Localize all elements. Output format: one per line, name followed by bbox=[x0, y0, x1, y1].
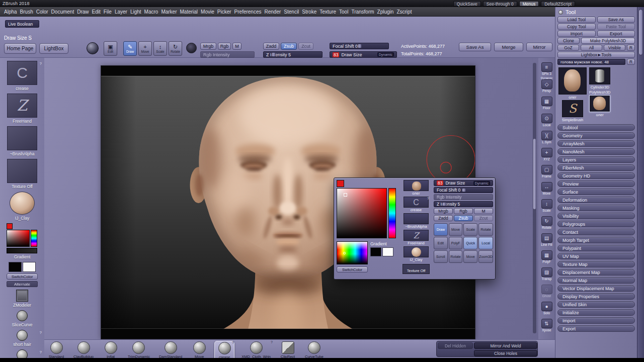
brush-icon[interactable] bbox=[282, 341, 294, 354]
tool-section[interactable]: Surface bbox=[557, 189, 635, 195]
shelf-tool-item[interactable]: SliceCurve bbox=[0, 310, 44, 327]
zadd-button[interactable]: Zadd bbox=[263, 43, 279, 50]
toolbar-mode-button[interactable]: ▣ Edit bbox=[104, 41, 117, 56]
thumbnail[interactable] bbox=[404, 213, 429, 224]
popup-mode-button[interactable]: PolyF bbox=[449, 237, 463, 249]
secondary-color-swatch[interactable] bbox=[23, 262, 36, 272]
tool-thumb-cylinder3d[interactable] bbox=[589, 67, 610, 84]
menu-item[interactable]: Movie bbox=[199, 8, 216, 16]
saturation-value-square[interactable] bbox=[7, 230, 30, 247]
tool-section[interactable]: Polygroups bbox=[557, 221, 635, 227]
menu-item[interactable]: Macro bbox=[143, 8, 160, 16]
dock-item[interactable]: ↕ Scale bbox=[539, 196, 554, 213]
r-button[interactable]: R bbox=[627, 59, 635, 65]
toolbar-mode-button[interactable]: ↻ Rotate bbox=[169, 41, 182, 56]
menu-item[interactable]: Tool bbox=[338, 8, 350, 16]
thumbnail[interactable] bbox=[404, 246, 429, 257]
lightbox-tools-button[interactable]: Lightbox►Tools bbox=[557, 52, 635, 58]
goz-visible-button[interactable]: Visible bbox=[604, 45, 625, 51]
material-item[interactable]: IJ_Clay bbox=[0, 192, 44, 221]
brush-icon[interactable] bbox=[132, 341, 145, 354]
menu-item[interactable]: Zplugin bbox=[376, 8, 395, 16]
dock-icon[interactable]: ▦ bbox=[541, 250, 552, 260]
dock-item[interactable]: ⊙ Local bbox=[539, 111, 554, 127]
menu-item[interactable]: Marker bbox=[159, 8, 178, 16]
tool-section[interactable]: Display Properties bbox=[557, 293, 635, 300]
popup-mode-button[interactable]: Rotate bbox=[478, 223, 493, 236]
lightbox-button[interactable]: LightBox bbox=[39, 43, 68, 54]
dock-item[interactable]: ▨ Transp bbox=[539, 264, 554, 281]
dock-item[interactable]: ▤ Line Fill bbox=[539, 230, 554, 247]
tool-section[interactable]: Normal Map bbox=[557, 277, 635, 284]
current-color-swatch[interactable] bbox=[7, 223, 13, 229]
tool-section[interactable]: Unified Skin bbox=[557, 301, 635, 308]
dock-item[interactable]: ≡ SPix 3 bbox=[539, 59, 554, 76]
draw-size-slider[interactable]: 83 Draw Size Dynamic bbox=[330, 51, 397, 58]
menu-item[interactable]: Document bbox=[50, 8, 76, 16]
default-zscript-button[interactable]: DefaultZScript bbox=[541, 1, 575, 7]
dock-icon[interactable]: ▢ bbox=[541, 165, 552, 174]
dock-item[interactable]: ↻ Rotate bbox=[539, 213, 554, 230]
menu-item[interactable]: Texture bbox=[318, 8, 338, 16]
zcut-button[interactable]: Zcut bbox=[298, 43, 313, 50]
quicksave-button[interactable]: QuickSave bbox=[453, 1, 481, 7]
popup-mode-button[interactable]: Scale bbox=[463, 223, 477, 236]
popup-mode-button[interactable]: Rotate bbox=[449, 250, 463, 263]
brush-icon[interactable] bbox=[50, 341, 63, 354]
tool-section[interactable]: Layers bbox=[557, 156, 635, 163]
live-boolean-button[interactable]: Live Boolean bbox=[5, 20, 39, 28]
tool-icon[interactable] bbox=[17, 310, 28, 321]
hue-bar[interactable] bbox=[31, 230, 37, 247]
zcut-button[interactable]: Zcut bbox=[474, 215, 493, 221]
tool-section[interactable]: Initialize bbox=[557, 309, 635, 316]
dock-icon[interactable]: ↔ bbox=[541, 182, 552, 192]
menu-item[interactable]: Alpha bbox=[3, 8, 19, 16]
slider-knob[interactable] bbox=[442, 202, 446, 206]
material-preview-icon[interactable] bbox=[87, 42, 99, 54]
popup-mode-button[interactable]: Local bbox=[478, 237, 493, 249]
popup-mode-button[interactable]: Draw bbox=[434, 223, 448, 236]
tool-section[interactable]: Geometry HD bbox=[557, 172, 635, 179]
save-as-button[interactable]: Save As bbox=[597, 17, 635, 23]
focal-shift-slider[interactable]: Focal Shift 0 bbox=[434, 187, 493, 193]
main-color-bar[interactable] bbox=[7, 248, 37, 253]
tool-section[interactable]: Contact bbox=[557, 229, 635, 235]
goz-button[interactable]: GoZ bbox=[557, 45, 579, 51]
close-holes-button[interactable]: Close Holes bbox=[474, 350, 537, 356]
brush-thumbnail[interactable] bbox=[7, 159, 37, 183]
scrollbar-thumb[interactable] bbox=[638, 9, 643, 55]
primary-color-swatch[interactable] bbox=[9, 262, 22, 272]
mirror-button[interactable]: Mirror bbox=[526, 43, 552, 51]
dock-item[interactable]: ↔ Move bbox=[539, 179, 554, 196]
menu-item[interactable]: Transform bbox=[350, 8, 375, 16]
scrollbar-thumb[interactable] bbox=[533, 139, 536, 209]
current-color-swatch[interactable] bbox=[337, 180, 344, 187]
tool-section[interactable]: Subtool bbox=[557, 124, 635, 131]
shelf-brush-item[interactable]: Texture Off bbox=[0, 159, 44, 189]
brush-thumbnail[interactable] bbox=[7, 126, 37, 150]
m-button[interactable]: M bbox=[232, 43, 242, 50]
brush-icon[interactable] bbox=[193, 341, 206, 354]
menu-item[interactable]: Picker bbox=[216, 8, 233, 16]
mrgb-button[interactable]: Mrgb bbox=[434, 208, 453, 214]
menu-item[interactable]: Stroke bbox=[300, 8, 318, 16]
make-polymesh3d-button[interactable]: Make PolyMesh3D bbox=[581, 38, 635, 44]
paste-tool-button[interactable]: Paste Tool bbox=[597, 24, 635, 30]
tool-thumb-simplebrush[interactable] bbox=[562, 100, 583, 117]
dock-icon[interactable]: ⇅ bbox=[541, 319, 552, 328]
tool-thumb-oleg[interactable] bbox=[558, 67, 587, 95]
draw-size-slider[interactable]: 83 Draw Size Dynamic bbox=[434, 180, 493, 186]
dock-item[interactable]: ● Solo bbox=[539, 299, 554, 315]
brush-icon[interactable] bbox=[105, 341, 117, 354]
color-picker[interactable]: Gradient bbox=[0, 223, 44, 259]
secondary-color-swatch[interactable] bbox=[382, 247, 393, 256]
dock-item[interactable]: + XYZ bbox=[539, 145, 554, 161]
export-button[interactable]: Export bbox=[597, 31, 635, 37]
popup-mode-button[interactable]: Move bbox=[449, 223, 463, 236]
toolbar-mode-button[interactable]: + Move bbox=[138, 41, 152, 56]
popup-mode-button[interactable]: Zoom3D bbox=[478, 250, 493, 263]
menu-item[interactable]: Draw bbox=[75, 8, 90, 16]
popup-mode-button[interactable]: Edit bbox=[434, 237, 448, 249]
shelf-tool-item[interactable]: ZModeler bbox=[0, 290, 44, 308]
tool-section[interactable]: Vector Displacement Map bbox=[557, 285, 635, 292]
